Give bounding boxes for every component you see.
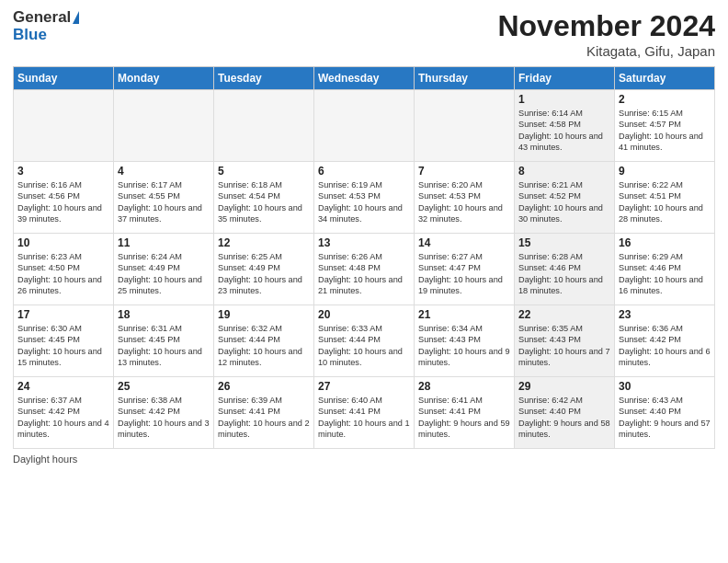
header-cell-friday: Friday xyxy=(515,67,615,90)
logo-icon xyxy=(73,11,79,24)
day-info: Sunrise: 6:43 AM Sunset: 4:40 PM Dayligh… xyxy=(619,395,711,441)
day-cell: 12Sunrise: 6:25 AM Sunset: 4:49 PM Dayli… xyxy=(214,234,314,305)
day-cell: 25Sunrise: 6:38 AM Sunset: 4:42 PM Dayli… xyxy=(114,377,214,449)
day-info: Sunrise: 6:41 AM Sunset: 4:41 PM Dayligh… xyxy=(418,395,510,441)
header-cell-wednesday: Wednesday xyxy=(314,67,415,90)
day-info: Sunrise: 6:17 AM Sunset: 4:55 PM Dayligh… xyxy=(118,179,210,225)
day-number: 18 xyxy=(118,308,210,321)
day-number: 21 xyxy=(418,308,510,321)
day-cell xyxy=(114,90,214,162)
day-cell: 22Sunrise: 6:35 AM Sunset: 4:43 PM Dayli… xyxy=(515,305,615,377)
month-title: November 2024 xyxy=(497,9,715,43)
week-row-3: 10Sunrise: 6:23 AM Sunset: 4:50 PM Dayli… xyxy=(14,234,715,305)
day-info: Sunrise: 6:29 AM Sunset: 4:46 PM Dayligh… xyxy=(619,251,711,297)
week-row-4: 17Sunrise: 6:30 AM Sunset: 4:45 PM Dayli… xyxy=(14,305,715,377)
day-info: Sunrise: 6:18 AM Sunset: 4:54 PM Dayligh… xyxy=(218,179,310,225)
day-cell: 24Sunrise: 6:37 AM Sunset: 4:42 PM Dayli… xyxy=(14,377,114,449)
day-cell: 5Sunrise: 6:18 AM Sunset: 4:54 PM Daylig… xyxy=(214,162,314,234)
day-cell: 20Sunrise: 6:33 AM Sunset: 4:44 PM Dayli… xyxy=(314,305,415,377)
day-info: Sunrise: 6:33 AM Sunset: 4:44 PM Dayligh… xyxy=(318,323,410,369)
logo-general-text: General xyxy=(13,9,71,27)
day-info: Sunrise: 6:21 AM Sunset: 4:52 PM Dayligh… xyxy=(518,179,610,225)
day-cell: 29Sunrise: 6:42 AM Sunset: 4:40 PM Dayli… xyxy=(515,377,615,449)
day-cell: 26Sunrise: 6:39 AM Sunset: 4:41 PM Dayli… xyxy=(214,377,314,449)
day-number: 8 xyxy=(518,165,610,178)
day-cell: 18Sunrise: 6:31 AM Sunset: 4:45 PM Dayli… xyxy=(114,305,214,377)
day-number: 24 xyxy=(17,380,109,393)
day-cell: 23Sunrise: 6:36 AM Sunset: 4:42 PM Dayli… xyxy=(615,305,715,377)
header-cell-monday: Monday xyxy=(114,67,214,90)
day-number: 1 xyxy=(518,93,610,106)
day-number: 12 xyxy=(218,236,310,249)
day-cell: 19Sunrise: 6:32 AM Sunset: 4:44 PM Dayli… xyxy=(214,305,314,377)
day-cell: 11Sunrise: 6:24 AM Sunset: 4:49 PM Dayli… xyxy=(114,234,214,305)
day-info: Sunrise: 6:38 AM Sunset: 4:42 PM Dayligh… xyxy=(118,395,210,441)
day-info: Sunrise: 6:37 AM Sunset: 4:42 PM Dayligh… xyxy=(17,395,109,441)
day-info: Sunrise: 6:14 AM Sunset: 4:58 PM Dayligh… xyxy=(518,108,610,154)
week-row-2: 3Sunrise: 6:16 AM Sunset: 4:56 PM Daylig… xyxy=(14,162,715,234)
day-number: 26 xyxy=(218,380,310,393)
day-cell: 15Sunrise: 6:28 AM Sunset: 4:46 PM Dayli… xyxy=(515,234,615,305)
day-cell: 2Sunrise: 6:15 AM Sunset: 4:57 PM Daylig… xyxy=(615,90,715,162)
header: General Blue November 2024 Kitagata, Gif… xyxy=(13,9,715,59)
header-cell-saturday: Saturday xyxy=(615,67,715,90)
calendar-table: SundayMondayTuesdayWednesdayThursdayFrid… xyxy=(13,66,715,449)
day-info: Sunrise: 6:30 AM Sunset: 4:45 PM Dayligh… xyxy=(17,323,109,369)
day-number: 5 xyxy=(218,165,310,178)
day-info: Sunrise: 6:27 AM Sunset: 4:47 PM Dayligh… xyxy=(418,251,510,297)
day-number: 28 xyxy=(418,380,510,393)
logo-blue-text: Blue xyxy=(13,27,47,44)
day-info: Sunrise: 6:40 AM Sunset: 4:41 PM Dayligh… xyxy=(318,395,410,441)
day-cell: 10Sunrise: 6:23 AM Sunset: 4:50 PM Dayli… xyxy=(14,234,114,305)
day-number: 3 xyxy=(17,165,109,178)
day-number: 13 xyxy=(318,236,410,249)
day-cell: 4Sunrise: 6:17 AM Sunset: 4:55 PM Daylig… xyxy=(114,162,214,234)
day-number: 20 xyxy=(318,308,410,321)
footer: Daylight hours xyxy=(13,454,715,465)
day-info: Sunrise: 6:25 AM Sunset: 4:49 PM Dayligh… xyxy=(218,251,310,297)
logo: General Blue xyxy=(13,9,79,43)
location: Kitagata, Gifu, Japan xyxy=(497,43,715,59)
day-cell: 27Sunrise: 6:40 AM Sunset: 4:41 PM Dayli… xyxy=(314,377,415,449)
day-cell: 3Sunrise: 6:16 AM Sunset: 4:56 PM Daylig… xyxy=(14,162,114,234)
day-info: Sunrise: 6:20 AM Sunset: 4:53 PM Dayligh… xyxy=(418,179,510,225)
day-info: Sunrise: 6:34 AM Sunset: 4:43 PM Dayligh… xyxy=(418,323,510,369)
day-cell: 17Sunrise: 6:30 AM Sunset: 4:45 PM Dayli… xyxy=(14,305,114,377)
day-cell: 9Sunrise: 6:22 AM Sunset: 4:51 PM Daylig… xyxy=(615,162,715,234)
day-number: 9 xyxy=(619,165,711,178)
day-number: 25 xyxy=(118,380,210,393)
day-number: 10 xyxy=(17,236,109,249)
header-cell-sunday: Sunday xyxy=(14,67,114,90)
day-cell: 8Sunrise: 6:21 AM Sunset: 4:52 PM Daylig… xyxy=(515,162,615,234)
day-cell: 7Sunrise: 6:20 AM Sunset: 4:53 PM Daylig… xyxy=(415,162,515,234)
header-cell-tuesday: Tuesday xyxy=(214,67,314,90)
day-info: Sunrise: 6:39 AM Sunset: 4:41 PM Dayligh… xyxy=(218,395,310,441)
day-number: 7 xyxy=(418,165,510,178)
day-info: Sunrise: 6:42 AM Sunset: 4:40 PM Dayligh… xyxy=(518,395,610,441)
day-number: 14 xyxy=(418,236,510,249)
day-info: Sunrise: 6:28 AM Sunset: 4:46 PM Dayligh… xyxy=(518,251,610,297)
day-info: Sunrise: 6:15 AM Sunset: 4:57 PM Dayligh… xyxy=(619,108,711,154)
day-cell: 13Sunrise: 6:26 AM Sunset: 4:48 PM Dayli… xyxy=(314,234,415,305)
day-number: 11 xyxy=(118,236,210,249)
day-number: 23 xyxy=(619,308,711,321)
day-info: Sunrise: 6:35 AM Sunset: 4:43 PM Dayligh… xyxy=(518,323,610,369)
day-info: Sunrise: 6:26 AM Sunset: 4:48 PM Dayligh… xyxy=(318,251,410,297)
day-cell: 21Sunrise: 6:34 AM Sunset: 4:43 PM Dayli… xyxy=(415,305,515,377)
week-row-1: 1Sunrise: 6:14 AM Sunset: 4:58 PM Daylig… xyxy=(14,90,715,162)
day-cell: 16Sunrise: 6:29 AM Sunset: 4:46 PM Dayli… xyxy=(615,234,715,305)
day-cell: 30Sunrise: 6:43 AM Sunset: 4:40 PM Dayli… xyxy=(615,377,715,449)
day-cell xyxy=(14,90,114,162)
day-number: 17 xyxy=(17,308,109,321)
day-cell: 28Sunrise: 6:41 AM Sunset: 4:41 PM Dayli… xyxy=(415,377,515,449)
day-number: 27 xyxy=(318,380,410,393)
day-info: Sunrise: 6:31 AM Sunset: 4:45 PM Dayligh… xyxy=(118,323,210,369)
day-cell xyxy=(214,90,314,162)
header-row: SundayMondayTuesdayWednesdayThursdayFrid… xyxy=(14,67,715,90)
day-number: 6 xyxy=(318,165,410,178)
day-cell xyxy=(415,90,515,162)
day-number: 30 xyxy=(619,380,711,393)
week-row-5: 24Sunrise: 6:37 AM Sunset: 4:42 PM Dayli… xyxy=(14,377,715,449)
day-number: 19 xyxy=(218,308,310,321)
header-cell-thursday: Thursday xyxy=(415,67,515,90)
